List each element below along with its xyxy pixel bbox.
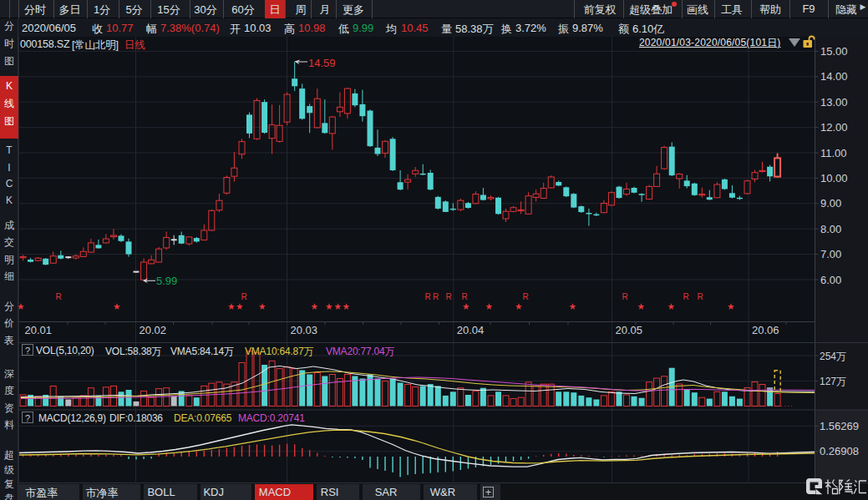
- svg-text:R: R: [241, 292, 246, 301]
- svg-text:7.00: 7.00: [820, 248, 841, 260]
- svg-text:R: R: [55, 292, 61, 301]
- svg-text:R: R: [697, 292, 703, 301]
- svg-text:20.01: 20.01: [25, 324, 53, 336]
- svg-text:R: R: [622, 292, 627, 301]
- svg-text:20.02: 20.02: [140, 324, 167, 336]
- svg-text:14.59: 14.59: [308, 57, 336, 69]
- svg-text:11.00: 11.00: [820, 147, 847, 159]
- svg-text:15.00: 15.00: [820, 45, 848, 58]
- svg-text:R: R: [683, 292, 688, 301]
- svg-text:0.26908: 0.26908: [820, 445, 859, 457]
- svg-text:10.00: 10.00: [820, 172, 848, 184]
- svg-text:R: R: [445, 292, 451, 301]
- svg-text:13.00: 13.00: [820, 96, 848, 109]
- svg-text:127万: 127万: [820, 376, 846, 387]
- svg-text:8.00: 8.00: [820, 223, 841, 235]
- svg-text:R: R: [433, 292, 439, 301]
- svg-text:1.56269: 1.56269: [820, 420, 859, 432]
- svg-text:14.00: 14.00: [820, 70, 848, 83]
- svg-text:12.00: 12.00: [820, 121, 848, 134]
- svg-text:254万: 254万: [820, 351, 846, 362]
- svg-text:20.03: 20.03: [291, 324, 318, 336]
- svg-text:20.06: 20.06: [752, 324, 779, 336]
- svg-text:6.00: 6.00: [820, 274, 841, 286]
- svg-text:5.99: 5.99: [156, 275, 177, 287]
- svg-text:20.04: 20.04: [457, 324, 485, 336]
- svg-text:R: R: [424, 292, 430, 301]
- svg-text:9.00: 9.00: [820, 197, 841, 210]
- svg-text:20.05: 20.05: [616, 324, 643, 336]
- svg-text:R: R: [461, 292, 467, 301]
- svg-text:R: R: [522, 292, 528, 301]
